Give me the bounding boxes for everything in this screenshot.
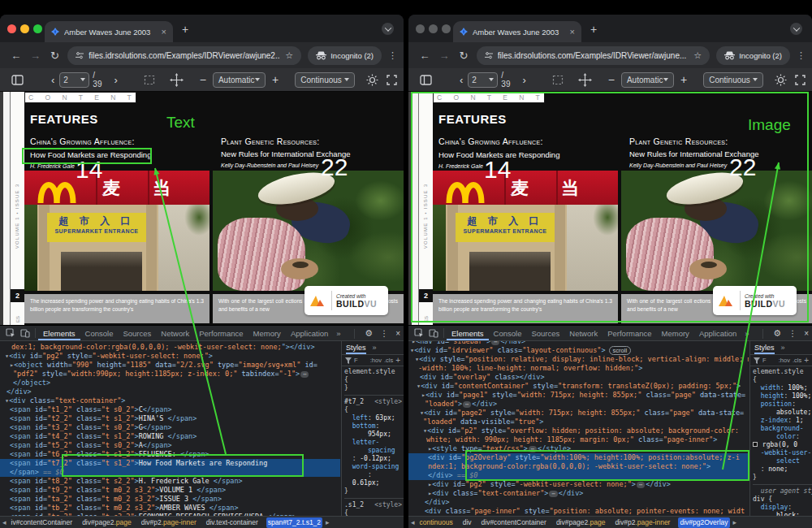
device-toolbar-icon[interactable] [20, 328, 30, 338]
dom-tree-node[interactable]: </div> [408, 498, 749, 507]
style-rule-line[interactable]: bottom: [344, 422, 404, 431]
dom-tree-node[interactable]: <span id="t9_2" class="t m0_2 s3_2">VOLU… [0, 486, 340, 495]
dom-tree-node[interactable]: ndex:1; background-color:rgba(0,0,0,0); … [408, 462, 749, 471]
dom-tree-node[interactable]: <span id="tb_2" class="t m0_2 s3_2">AMBE… [0, 504, 340, 513]
dom-tree-node[interactable]: ▾<div id="idrviewer" class="layout-conti… [408, 346, 749, 355]
hov-toggle[interactable]: :hov [370, 357, 382, 364]
tab-close-icon[interactable]: × [570, 27, 575, 37]
dom-tree-node[interactable]: <span id="t1_2" class="t s0_2">C</span> [0, 405, 340, 414]
back-button[interactable]: ← [415, 50, 434, 62]
breadcrumb-item[interactable]: div#pg2Overlay [678, 517, 729, 528]
dom-tree-node[interactable]: ▾<div id="contentContainer" style="trans… [408, 382, 749, 391]
style-source-link[interactable]: <style> [374, 501, 402, 509]
zoom-in-button[interactable]: + [674, 73, 693, 86]
dom-tree-node[interactable]: ▾<div id="pg2" style="-webkit-user-selec… [0, 352, 340, 361]
traffic-light-minimize-icon[interactable] [20, 24, 29, 33]
dom-tree-node[interactable]: ▸<div id="pg2" style="-webkit-user-selec… [408, 480, 749, 489]
dom-tree-node[interactable]: <div id="overlay" class></div> [408, 373, 749, 382]
dom-tree-node[interactable]: ▾<div class="text-container"> [0, 396, 340, 405]
breadcrumb-item[interactable]: div#contentContainer [480, 517, 548, 528]
traffic-light-zoom-icon[interactable] [33, 24, 42, 33]
prev-page-button[interactable]: ‹ [455, 74, 468, 86]
browser-menu-icon[interactable]: ⋮ [388, 50, 397, 61]
breadcrumb-scroll-right-icon[interactable]: ▸ [733, 518, 737, 526]
style-rule-line[interactable]: } [753, 474, 812, 482]
zoom-in-button[interactable]: + [266, 73, 285, 86]
breadcrumb-scroll-left-icon[interactable]: ◂ [411, 518, 415, 526]
devtools-tab-sources[interactable]: Sources [526, 326, 564, 340]
new-tab-button[interactable]: + [182, 23, 188, 36]
style-rule-line[interactable]: div { [753, 496, 812, 504]
breadcrumb-item[interactable]: span#t7_2.t.s1_2 [266, 517, 322, 528]
omnibox[interactable]: files.idrsolutions.com/Examples/IDRViewe… [477, 46, 710, 65]
devtools-close-icon[interactable]: × [804, 329, 809, 338]
pan-tool-icon[interactable] [578, 73, 592, 87]
style-rule-line[interactable]: user agent sty [753, 487, 812, 496]
tab-overflow-button[interactable] [382, 23, 394, 35]
devtools-tab-console[interactable]: Console [489, 326, 527, 340]
dom-tree-node[interactable]: ▸<div class="text-container">⋯</div> [408, 489, 749, 498]
dom-tree-node[interactable]: <span id="t2_2" class="t s1_2">HINA'S </… [0, 414, 340, 423]
viewer-content[interactable]: VOLUME 1 • ISSUE 3 ES 2 C O N T E N T S … [408, 92, 812, 325]
dom-tree-node[interactable]: white; width: 990px; height: 1185px; mar… [408, 435, 749, 444]
dom-tree-node[interactable]: ▾<div id="page2" style="width: 715px; he… [408, 409, 749, 418]
brightness-icon[interactable] [366, 74, 378, 86]
expand-ellipsis-icon[interactable]: ⋯ [463, 401, 471, 408]
filter-funnel-icon[interactable] [345, 357, 352, 364]
dom-tree-node[interactable]: </div> == $0 [408, 471, 749, 480]
bookmark-star-icon[interactable]: ☆ [693, 50, 702, 61]
style-rule-line[interactable]: rgba(0, 0 [753, 441, 812, 449]
dom-tree-node[interactable]: </div> [0, 387, 340, 396]
browser-menu-icon[interactable]: ⋮ [797, 50, 806, 61]
forward-button[interactable]: → [434, 50, 454, 62]
cls-toggle[interactable]: .cls [793, 357, 801, 364]
style-rule-line[interactable]: word-spacing [344, 463, 404, 471]
more-tabs-button[interactable]: » [741, 329, 752, 338]
devtools-tab-console[interactable]: Console [80, 326, 119, 340]
expand-ellipsis-icon[interactable]: ⋯ [529, 446, 537, 452]
dom-tree-node[interactable]: <span id="t7_2" class="t s1_2">How Food … [0, 459, 340, 468]
browser-tab[interactable]: Amber Waves June 2003 × [45, 21, 173, 42]
style-rule-line[interactable]: : none; [753, 465, 812, 474]
dom-tree-node[interactable]: ▸<object width="990" height="1185" data=… [0, 361, 340, 370]
dom-tree-node[interactable]: <span id="t8_2" class="t s2_2">H. Freder… [0, 477, 340, 486]
expand-ellipsis-icon[interactable]: ⋯ [637, 482, 645, 488]
devtools-tab-performance[interactable]: Performance [194, 326, 248, 340]
style-rule-line[interactable]: -webkit-user- [753, 449, 812, 457]
devtools-tab-sources[interactable]: Sources [118, 326, 156, 340]
tab-overflow-button[interactable] [790, 23, 802, 35]
select-tool-icon[interactable] [144, 75, 155, 85]
traffic-light-zoom-icon[interactable] [442, 24, 451, 33]
inspect-element-icon[interactable] [414, 328, 424, 338]
layout-mode-select[interactable]: Continuous [703, 72, 763, 88]
style-rule-line[interactable]: .s1_2<style> [344, 501, 404, 509]
prev-page-button[interactable]: ‹ [46, 74, 59, 86]
breadcrumb-item[interactable]: div [461, 517, 473, 528]
brightness-icon[interactable] [775, 74, 787, 86]
forward-button[interactable]: → [26, 50, 45, 62]
devtools-tab-memory[interactable]: Memory [248, 326, 286, 340]
styles-more-button[interactable]: » [373, 344, 377, 352]
settings-gear-icon[interactable]: ⚙ [773, 328, 781, 339]
traffic-light-close-icon[interactable] [416, 24, 425, 33]
dom-tree-node[interactable]: ▸<div id="page1" style="width: 715px; he… [408, 391, 749, 400]
expand-ellipsis-icon[interactable]: ⋯ [491, 341, 499, 345]
devtools-tab-network[interactable]: Network [156, 326, 194, 340]
filter-label[interactable]: F [354, 357, 358, 364]
dom-tree-node[interactable]: <span id="t6_2" class="t s1_2">FFLUENCE:… [0, 450, 340, 459]
style-rule-line[interactable]: } [344, 384, 404, 392]
buildvu-badge[interactable]: Created with BUILDVU [713, 286, 797, 315]
devtools-tab-elements[interactable]: Elements [38, 326, 80, 340]
dom-tree-node[interactable]: <div id="pg2Overlay" style="width:100%; … [408, 453, 749, 462]
breadcrumb-item[interactable]: div#p2.page-inner [140, 517, 198, 528]
breadcrumb-scroll-left-icon[interactable]: ◂ [2, 518, 6, 526]
dom-tree-node[interactable]: <span id="t5_2" class="t s0_2">A</span> [0, 441, 340, 450]
style-rule-line[interactable]: 954px; [344, 431, 404, 439]
dom-tree-node[interactable]: dex:1; background-color:rgba(0,0,0,0); -… [0, 343, 340, 352]
omnibox[interactable]: files.idrsolutions.com/Examples/IDRViewe… [67, 46, 301, 65]
style-source-link[interactable]: <style> [374, 398, 402, 406]
breadcrumb-scroll-right-icon[interactable]: ▸ [326, 518, 330, 526]
tab-styles[interactable]: Styles [346, 341, 366, 354]
reload-button[interactable]: ↻ [45, 50, 64, 62]
style-rule-line[interactable]: { [344, 406, 404, 414]
